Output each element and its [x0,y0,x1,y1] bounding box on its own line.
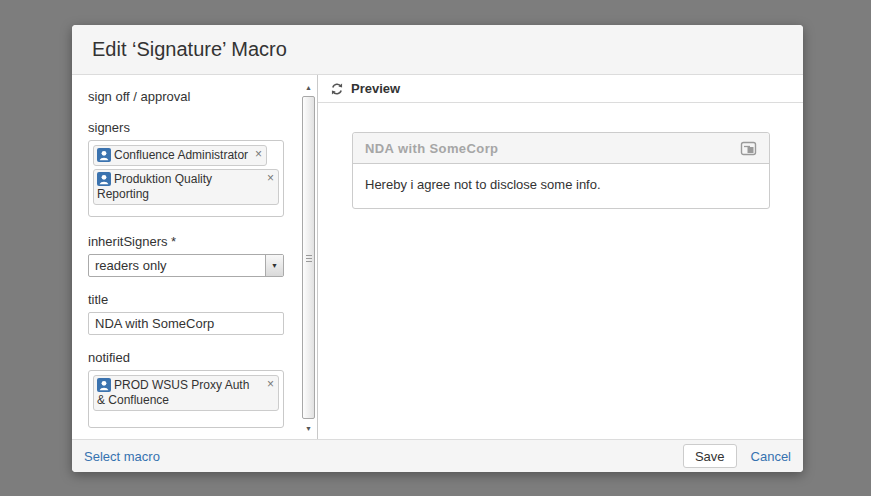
notified-token-name: PROD WSUS Proxy Auth & Confluence [97,378,249,407]
title-label: title [88,292,284,307]
select-macro-link[interactable]: Select macro [84,449,160,464]
signer-token: Produktion Quality Reporting × [93,169,279,205]
preview-title: Preview [351,81,400,96]
user-icon [97,378,111,392]
inherit-signers-label: inheritSigners * [88,234,284,249]
notified-label: notified [88,350,284,365]
dialog-title: Edit ‘Signature’ Macro [92,38,287,61]
dialog-body: sign off / approval signers Confluence A… [72,75,803,439]
scroll-up-arrow-icon[interactable]: ▲ [301,80,316,95]
signer-token-name: Confluence Administrator [114,148,248,162]
save-button[interactable]: Save [683,444,737,468]
signer-token-name: Produktion Quality Reporting [97,172,212,201]
scrollbar-grip-icon [306,255,312,262]
form-scrollbar[interactable]: ▲ ▼ [300,75,318,439]
user-icon [97,172,111,186]
remove-token-icon[interactable]: × [267,171,274,186]
preview-pane: Preview NDA with SomeCorp Hereby i agree… [318,75,803,439]
user-icon [97,148,111,162]
inherit-signers-value: readers only [89,258,265,273]
notified-input[interactable]: PROD WSUS Proxy Auth & Confluence × [88,370,284,428]
preview-header: Preview [318,75,803,103]
scrollbar-thumb[interactable] [302,96,315,419]
edit-macro-dialog: Edit ‘Signature’ Macro sign off / approv… [72,25,803,472]
macro-parameters-form: sign off / approval signers Confluence A… [72,75,300,439]
macro-panel-header: NDA with SomeCorp [353,133,769,164]
signature-macro-panel: NDA with SomeCorp Hereby i agree not to … [352,132,770,209]
macro-panel-body: Hereby i agree not to disclose some info… [353,164,769,208]
macro-description: sign off / approval [88,89,284,104]
title-input[interactable] [88,312,284,335]
scroll-down-arrow-icon[interactable]: ▼ [301,421,316,436]
select-dropdown-button[interactable]: ▼ [265,255,283,276]
chevron-down-icon: ▼ [271,262,278,269]
dialog-header: Edit ‘Signature’ Macro [72,25,803,75]
signer-token: Confluence Administrator × [93,145,267,166]
signature-document-icon [740,140,757,157]
dialog-footer: Select macro Save Cancel [72,439,803,472]
preview-content: NDA with SomeCorp Hereby i agree not to … [318,103,803,439]
cancel-link[interactable]: Cancel [751,449,791,464]
remove-token-icon[interactable]: × [267,377,274,392]
signers-input[interactable]: Confluence Administrator × Produktion Qu… [88,140,284,217]
macro-panel-title: NDA with SomeCorp [365,141,740,156]
remove-token-icon[interactable]: × [255,147,262,162]
signers-label: signers [88,120,284,135]
inherit-signers-select[interactable]: readers only ▼ [88,254,284,277]
notified-token: PROD WSUS Proxy Auth & Confluence × [93,375,279,411]
refresh-icon[interactable] [330,82,344,96]
